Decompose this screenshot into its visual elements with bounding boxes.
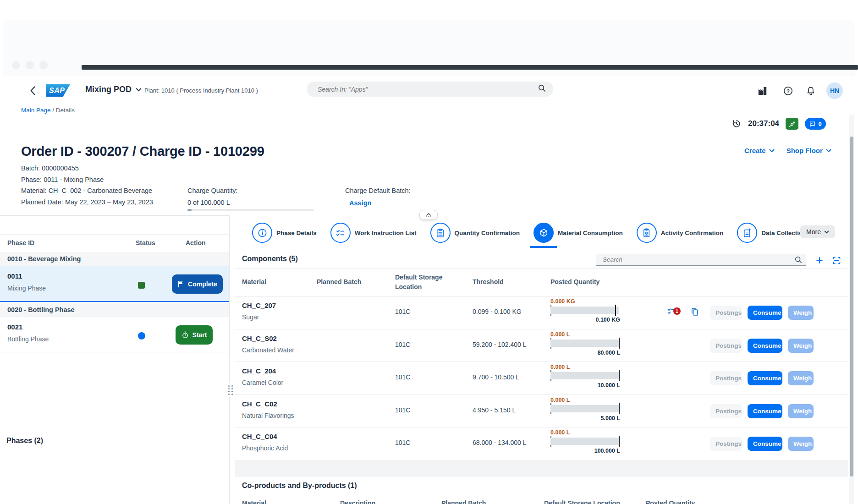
threshold-marker [619,436,620,447]
posted-quantity-cell: 0.000 KG 0.100 KG [550,296,622,329]
tab-activity-confirmation[interactable]: Activity Confirmation [637,223,724,243]
weigh-button[interactable]: Weigh [788,437,814,451]
posted-quantity-bar [550,307,619,314]
weigh-button[interactable]: Weigh [788,404,814,418]
components-column-1: Planned Batch [317,278,361,285]
create-menu[interactable]: Create [744,147,775,154]
window-control-dot [12,61,20,69]
add-component-button[interactable]: + [814,254,825,266]
components-search[interactable] [596,254,806,266]
activity-icon [637,223,657,243]
tab-material-consumption[interactable]: Material Consumption [534,223,623,243]
messages-badge[interactable]: 0 [805,118,826,130]
bell-icon [806,86,816,96]
phases-column-0: Phase ID [7,239,34,247]
collapse-header-button[interactable] [419,210,438,220]
start-phase-button[interactable]: Start [176,325,213,345]
alert-count-badge: 1 [673,307,681,315]
tab-work-instruction-list[interactable]: Work Instruction List [330,223,417,243]
phase-id: 0011 [7,272,22,280]
component-description: Carbonated Water [242,346,294,354]
back-button[interactable] [27,84,38,97]
quantity-icon [430,223,451,243]
phase-id: 0021 [7,323,22,331]
history-icon[interactable] [732,119,742,129]
notifications-button[interactable] [804,84,817,97]
weigh-button[interactable]: Weigh [788,371,814,385]
phase-row[interactable]: 0021 Bottling Phase Start [0,317,229,352]
scrollbar-thumb[interactable] [187,209,192,211]
posted-quantity-max: 80.000 L [550,350,620,356]
back-chevron-icon [30,86,36,96]
datacollection-icon [737,223,757,243]
page-scrollbar-thumb[interactable] [850,137,853,477]
plant-switch-button[interactable] [756,84,769,97]
postings-button[interactable]: Postings [710,306,742,320]
posted-quantity-bar [550,405,619,412]
consume-button[interactable]: Consume [748,306,782,320]
phase-group-row[interactable]: 0010 - Beverage Mixing [0,252,229,266]
coproducts-column-3: Default Storage Location [544,499,620,504]
component-material: CH_C_S02 [242,334,277,342]
stopwatch-icon [182,331,189,339]
global-search[interactable] [307,82,553,97]
breadcrumb-link-main-page[interactable]: Main Page [21,107,51,114]
component-description: Phosphoric Acid [242,444,288,452]
more-tabs-button[interactable]: More [800,225,835,238]
connection-status-badge[interactable] [786,118,798,130]
consume-button[interactable]: Consume [748,339,782,353]
weigh-button[interactable]: Weigh [788,339,814,353]
assign-link[interactable]: Assign [349,199,371,207]
section-gap [235,460,848,477]
component-threshold: 4.950 - 5.150 L [473,406,516,414]
tab-phase-details[interactable]: Phase Details [252,223,317,243]
detail-tabs: Phase Details Work Instruction List Quan… [252,219,819,249]
title-actions: Create Shop Floor [744,147,831,154]
app-title-menu[interactable]: Mixing POD [85,85,142,94]
posted-quantity-max: 5.000 L [550,415,620,422]
coproducts-column-0: Material [242,499,266,504]
component-description: Sugar [242,313,259,321]
posted-quantity-cell: 0.000 L 100.000 L [550,427,622,460]
postings-button[interactable]: Postings [710,371,742,385]
postings-button[interactable]: Postings [710,404,742,418]
consume-button[interactable]: Consume [748,371,782,385]
posted-quantity-value: 0.000 L [550,397,570,403]
window-control-dot [39,61,48,69]
clock-time: 20:37:04 [748,119,779,128]
tab-quantity-confirmation[interactable]: Quantity Confirmation [430,223,520,243]
search-icon[interactable] [795,256,802,263]
component-row: CH_C_S02 Carbonated Water 101C 59.200 - … [235,329,848,362]
consume-button[interactable]: Consume [748,404,782,418]
tab-label: Quantity Confirmation [455,230,520,236]
panel-resize-grip[interactable] [227,383,234,397]
components-search-input[interactable] [602,256,795,263]
threshold-marker [619,370,620,381]
charge-quantity-scrollbar[interactable] [187,209,314,211]
complete-phase-button[interactable]: Complete [172,274,223,294]
copy-icon[interactable] [690,307,699,318]
help-button[interactable]: ? [781,84,794,97]
posted-quantity-value: 0.000 L [550,331,570,338]
charge-quantity-label: Charge Quantity: [187,187,238,194]
phases-column-1: Status [136,239,155,247]
postings-button[interactable]: Postings [710,339,742,353]
postings-button[interactable]: Postings [710,437,742,451]
avatar[interactable]: HN [826,82,843,99]
material-value: CH_C_002 - Carbonated Beverage [49,187,153,194]
svg-text:?: ? [786,88,789,93]
consume-button[interactable]: Consume [748,437,782,451]
posted-quantity-bar [550,372,619,379]
posted-quantity-value: 0.000 KG [550,298,575,305]
phase-row[interactable]: 0011 Mixing Phase Complete [0,266,229,302]
consumption-checklist-icon[interactable]: 1 [667,307,681,319]
status-complete-icon [138,282,145,289]
phase-group-row[interactable]: 0020 - Bottling Phase [0,303,229,317]
global-search-input[interactable] [317,85,538,93]
search-icon[interactable] [538,84,546,94]
weigh-button[interactable]: Weigh [788,306,814,320]
components-column-3: Threshold [473,278,504,285]
shop-floor-menu[interactable]: Shop Floor [786,147,831,154]
barcode-scan-button[interactable] [830,254,842,266]
posted-quantity-bar [550,340,619,347]
